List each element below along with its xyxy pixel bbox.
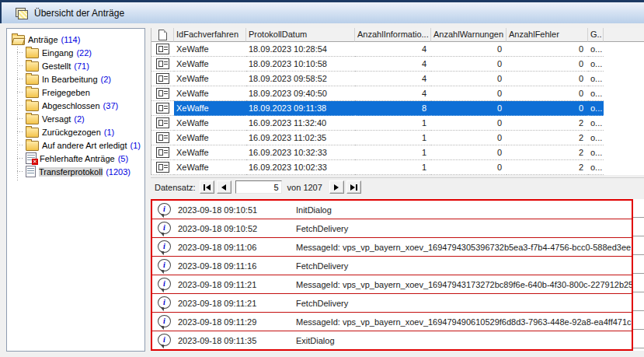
record-selector-cell[interactable]: [151, 42, 174, 57]
cell-filler: [604, 116, 644, 131]
info-balloon-icon: i: [158, 259, 171, 271]
record-selector-cell[interactable]: [151, 72, 174, 86]
table-row-selected[interactable]: XeWaffe 18.09.2023 09:11:38 8 0 0 o...: [151, 101, 644, 116]
tree-item-fehlerhafte-antraege[interactable]: ✕ Fehlerhafte Anträge (5): [7, 152, 144, 165]
cell-anzahlinformationen: 1: [355, 160, 431, 175]
folder-icon: [26, 48, 39, 58]
folder-icon: [26, 75, 39, 85]
tree-item-label: Auf andere Art erledigt: [42, 141, 127, 150]
tree-item-versagt[interactable]: Versagt (2): [7, 112, 144, 125]
cell-protokolldatum: 16.09.2023 11:02:35: [246, 131, 355, 145]
cell-idfachverfahren: XeWaffe: [174, 57, 246, 72]
table-row[interactable]: XeWaffe 18.09.2023 09:40:50 4 0 0 o...: [151, 86, 644, 101]
tree-item-transferprotokoll[interactable]: Transferprotokoll (1203): [7, 165, 144, 178]
cell-anzahlfehler: 2: [506, 160, 588, 175]
info-balloon-icon: i: [158, 315, 171, 327]
log-row[interactable]: i 2023-09-18 09:10:52 FetchDelivery: [152, 219, 632, 238]
tree-item-in-bearbeitung[interactable]: In Bearbeitung (2): [7, 72, 144, 86]
tree-item-label: Gestellt: [42, 61, 71, 71]
log-row[interactable]: i 2023-09-18 09:11:35 ExitDialog: [152, 331, 632, 349]
cell-anzahlfehler: 2: [506, 145, 588, 160]
window-title: Übersicht der Anträge: [34, 8, 124, 19]
record-selector-cell[interactable]: [151, 57, 174, 72]
record-selector-header[interactable]: [151, 28, 174, 42]
next-record-button[interactable]: [329, 180, 344, 194]
record-selector-cell[interactable]: [151, 145, 174, 160]
previous-record-button[interactable]: [217, 180, 231, 194]
record-selector-cell[interactable]: [151, 86, 174, 101]
tree-item-antraege[interactable]: Anträge (114): [7, 33, 144, 46]
column-header-idfachverfahren[interactable]: IdFachverfahren: [174, 28, 246, 42]
table-row[interactable]: XeWaffe 18.09.2023 09:58:52 4 0 0 o...: [151, 72, 644, 86]
cell-anzahlfehler: 2: [506, 116, 588, 131]
info-balloon-icon: i: [158, 278, 171, 290]
last-record-button[interactable]: [346, 180, 361, 194]
application-window: Übersicht der Anträge Anträge (114) Eing…: [0, 0, 644, 357]
tree-item-count: (2): [101, 75, 111, 84]
tree-item-label: Freigegeben: [42, 88, 90, 97]
record-icon: [156, 147, 169, 158]
tree-item-count: (114): [61, 35, 81, 44]
log-message: MessageId: vps_vp_bayern_xoev_1694794906…: [296, 317, 632, 327]
column-header-anzahlwarnungen[interactable]: AnzahlWarnungen: [431, 28, 506, 42]
log-message: ExitDialog: [296, 336, 632, 345]
current-record-input[interactable]: [235, 180, 282, 194]
tree-item-freigegeben[interactable]: Freigegeben: [7, 86, 144, 99]
record-icon: [156, 88, 169, 99]
cell-anzahlfehler: 0: [506, 72, 588, 86]
log-row[interactable]: i 2023-09-18 09:11:29 MessageId: vps_vp_…: [152, 313, 632, 331]
cell-anzahlwarnungen: 0: [431, 72, 506, 86]
tree-item-zurueckgezogen[interactable]: Zurückgezogen (1): [7, 125, 144, 138]
record-navigator-label: Datensatz:: [155, 183, 196, 192]
folder-icon: [26, 114, 39, 124]
cell-anzahlwarnungen: 0: [431, 116, 506, 131]
tree-item-label: Transferprotokoll: [39, 167, 103, 177]
column-header-anzahlfehler[interactable]: AnzahlFehler: [506, 28, 588, 42]
table-row[interactable]: XeWaffe 16.09.2023 10:32:33 1 0 2 o...: [151, 145, 644, 160]
folder-icon: [26, 61, 39, 72]
table-row[interactable]: XeWaffe 18.09.2023 10:28:54 4 0 0 o...: [151, 42, 644, 57]
record-selector-cell[interactable]: [151, 101, 174, 116]
table-row[interactable]: XeWaffe 16.09.2023 10:02:33 1 0 2 o...: [151, 160, 644, 175]
column-header-g[interactable]: G..: [588, 28, 604, 42]
cell-protokolldatum: 18.09.2023 10:10:58: [246, 57, 355, 72]
log-message: FetchDelivery: [296, 299, 632, 308]
log-row[interactable]: i 2023-09-18 09:10:51 InitDialog: [152, 201, 632, 219]
tree-item-label: Eingang: [42, 48, 73, 58]
log-message: FetchDelivery: [296, 224, 632, 233]
window-titlebar: Übersicht der Anträge: [0, 0, 644, 23]
tree-item-gestellt[interactable]: Gestellt (71): [7, 59, 144, 72]
record-selector-cell[interactable]: [151, 160, 174, 175]
log-row[interactable]: i 2023-09-18 09:11:21 FetchDelivery: [152, 294, 632, 313]
cell-g: o...: [588, 42, 604, 57]
column-header-anzahlinformationen[interactable]: AnzahlInformatio...: [355, 28, 431, 42]
record-selector-cell[interactable]: [151, 116, 174, 131]
tree-item-abgeschlossen[interactable]: Abgeschlossen (37): [7, 99, 144, 112]
record-selector-cell[interactable]: [151, 131, 174, 145]
table-row[interactable]: XeWaffe 16.09.2023 11:32:40 1 0 2 o...: [151, 116, 644, 131]
cell-anzahlfehler: 0: [506, 101, 588, 116]
protocol-table: IdFachverfahren ProtokollDatum AnzahlInf…: [151, 28, 644, 175]
first-record-button[interactable]: [200, 180, 214, 194]
log-timestamp: 2023-09-18 09:11:35: [178, 336, 296, 345]
table-row[interactable]: XeWaffe 18.09.2023 10:10:58 4 0 0 o...: [151, 57, 644, 72]
table-row[interactable]: XeWaffe 16.09.2023 11:02:35 1 0 2 o...: [151, 131, 644, 145]
cell-idfachverfahren: XeWaffe: [174, 42, 246, 57]
record-icon: [156, 132, 169, 143]
log-message: MessageId: vps_vp_bayern_xoev_1694794305…: [296, 243, 632, 252]
cell-filler: [604, 101, 644, 116]
cell-anzahlfehler: 0: [506, 86, 588, 101]
log-row[interactable]: i 2023-09-18 09:11:06 MessageId: vps_vp_…: [152, 238, 632, 257]
log-message: InitDialog: [296, 205, 632, 215]
folder-icon: [26, 101, 39, 111]
log-row[interactable]: i 2023-09-18 09:11:16 FetchDelivery: [152, 257, 632, 275]
log-row[interactable]: i 2023-09-18 09:11:21 MessageId: vps_vp_…: [152, 275, 632, 294]
log-row-separator-strip: [633, 199, 644, 351]
info-balloon-icon: i: [158, 222, 171, 234]
tree-item-eingang[interactable]: Eingang (22): [7, 46, 144, 59]
tree-item-auf-andere-art-erledigt[interactable]: Auf andere Art erledigt (1): [7, 138, 144, 152]
tree-item-count: (1203): [106, 167, 131, 177]
tree-item-count: (1): [104, 128, 114, 137]
log-message: MessageId: vps_vp_bayern_xoev_1694794317…: [296, 280, 632, 289]
column-header-protokolldatum[interactable]: ProtokollDatum: [246, 28, 355, 42]
